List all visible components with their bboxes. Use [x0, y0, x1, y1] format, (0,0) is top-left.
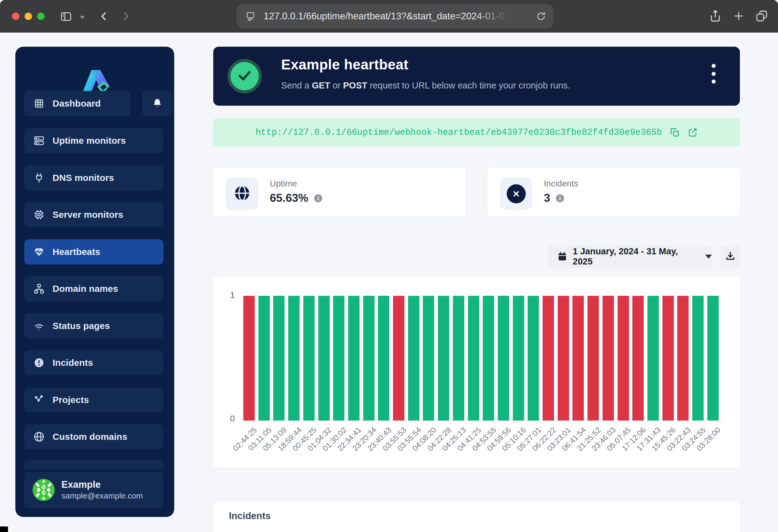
notifications-button[interactable] [142, 91, 172, 116]
chart-bar-up[interactable] [528, 296, 539, 421]
sidebar-item-domain-names[interactable]: Domain names [24, 276, 163, 301]
incidents-stat-tile [500, 178, 532, 210]
chart-bar-down[interactable] [663, 296, 674, 421]
chart-bar-up[interactable] [333, 296, 344, 421]
incidents-stat-card: Incidents 3 [487, 168, 740, 216]
sidebar-item-server-monitors[interactable]: Server monitors [24, 202, 163, 227]
chart-bar-up[interactable] [258, 296, 270, 421]
reload-icon[interactable] [536, 11, 546, 23]
chart-bar-up[interactable] [288, 296, 300, 421]
tab-overview-icon[interactable] [755, 9, 768, 22]
sidebar-item-partial[interactable] [24, 460, 163, 469]
sidebar-item-label: Server monitors [53, 209, 123, 220]
chart-bar-down[interactable] [618, 296, 629, 421]
chart-bar-down[interactable] [558, 296, 569, 421]
chart-bar-down[interactable] [543, 296, 554, 421]
chart-bar-down[interactable] [603, 296, 614, 421]
sidebar-item-incidents[interactable]: Incidents [24, 350, 163, 375]
heartbeat-chart-card: 1 0 02:44:2503:11:0505:13:0918:59:4400:4… [213, 277, 740, 468]
zoom-window-button[interactable] [37, 13, 45, 20]
globe-icon [233, 184, 251, 203]
status-ok-badge [227, 59, 262, 93]
uptime-value: 65.63% [270, 192, 309, 204]
y-axis-line [242, 294, 242, 421]
sidebar-item-projects[interactable]: Projects [24, 387, 163, 413]
chart-bar-up[interactable] [408, 296, 419, 421]
uptime-stat-card: Uptime 65.63% [213, 168, 466, 216]
chart-bar-up[interactable] [498, 296, 509, 421]
chart-bar-down[interactable] [632, 296, 644, 421]
sidebar: Dashboard Uptime monitorsDNS monitorsSer… [15, 47, 174, 517]
chart-bar-up[interactable] [378, 296, 389, 421]
sitemap-icon [33, 283, 45, 294]
globe-icon [33, 431, 45, 442]
chart-bar-up[interactable] [468, 296, 479, 421]
incidents-section-title: Incidents [229, 511, 271, 522]
chart-bar-up[interactable] [363, 296, 375, 421]
app-window: 127.0.0.1/66uptime/heartbeat/13?&start_d… [0, 0, 778, 532]
chart-bar-up[interactable] [483, 296, 494, 421]
url-fade [476, 5, 520, 27]
chart-bar-up[interactable] [513, 296, 524, 421]
chart-bar-down[interactable] [393, 296, 404, 421]
chart-bar-down[interactable] [588, 296, 599, 421]
caret-down-icon [705, 255, 712, 259]
user-name: Example [62, 479, 143, 491]
webhook-url: http://127.0.0.1/66uptime/webhook-heartb… [256, 127, 662, 138]
chart-bar-down[interactable] [243, 296, 255, 421]
external-link-icon[interactable] [688, 127, 698, 137]
minimize-window-button[interactable] [24, 13, 32, 20]
x-axis-line [242, 421, 722, 421]
page-icon [245, 11, 256, 23]
chart-bar-down[interactable] [677, 296, 689, 421]
sidebar-item-label: Uptime monitors [53, 136, 126, 146]
close-window-button[interactable] [12, 13, 19, 20]
info-icon[interactable] [313, 193, 323, 203]
chart-bar-up[interactable] [348, 296, 360, 421]
calendar-icon [557, 252, 567, 261]
y-tick-1: 1 [221, 290, 235, 300]
sidebar-item-status-pages[interactable]: Status pages [24, 313, 163, 339]
download-icon [725, 251, 735, 262]
user-card[interactable]: Example sample@example.com [24, 472, 163, 508]
y-tick-0: 0 [221, 414, 235, 424]
info-icon[interactable] [555, 193, 565, 203]
chart-bar-up[interactable] [423, 296, 434, 421]
chart-bar-down[interactable] [572, 296, 584, 421]
sidebar-toggle-icon[interactable] [60, 10, 72, 23]
grid-icon [33, 98, 45, 109]
cpu-icon [33, 209, 45, 220]
uptime-stat-tile [226, 178, 258, 210]
download-button[interactable] [720, 245, 740, 268]
check-icon [236, 67, 253, 86]
chart-bar-up[interactable] [692, 296, 704, 421]
share-nodes-icon [33, 394, 45, 406]
sidebar-item-heartbeats[interactable]: Heartbeats [24, 239, 163, 264]
chart-bar-up[interactable] [303, 296, 315, 421]
screen-artifact [0, 526, 8, 532]
chart-bar-up[interactable] [647, 296, 659, 421]
dashboard-row: Dashboard [24, 91, 163, 116]
sidebar-item-label: Custom domains [53, 432, 127, 442]
chart-bar-up[interactable] [438, 296, 449, 421]
copy-icon[interactable] [670, 127, 680, 137]
sidebar-item-uptime-monitors[interactable]: Uptime monitors [24, 128, 163, 153]
date-range-picker[interactable]: 1 January, 2024 - 31 May, 2025 [548, 245, 712, 268]
kebab-menu-icon[interactable] [709, 63, 718, 85]
forward-icon [119, 10, 132, 23]
new-tab-icon[interactable] [732, 10, 745, 22]
back-icon[interactable] [98, 10, 110, 23]
chart-bar-up[interactable] [318, 296, 330, 421]
chevron-down-icon[interactable] [79, 14, 85, 20]
address-bar[interactable]: 127.0.0.1/66uptime/heartbeat/13?&start_d… [237, 4, 554, 28]
sidebar-item-dashboard[interactable]: Dashboard [24, 91, 130, 116]
incidents-value: 3 [544, 192, 550, 204]
chart-bar-up[interactable] [453, 296, 464, 421]
sidebar-item-dns-monitors[interactable]: DNS monitors [24, 165, 163, 190]
share-icon[interactable] [709, 9, 722, 23]
user-avatar [32, 479, 55, 501]
sidebar-item-custom-domains[interactable]: Custom domains [24, 424, 163, 449]
chart-bar-up[interactable] [273, 296, 285, 421]
chart-bar-up[interactable] [707, 296, 719, 421]
server-stack-icon [33, 135, 45, 146]
